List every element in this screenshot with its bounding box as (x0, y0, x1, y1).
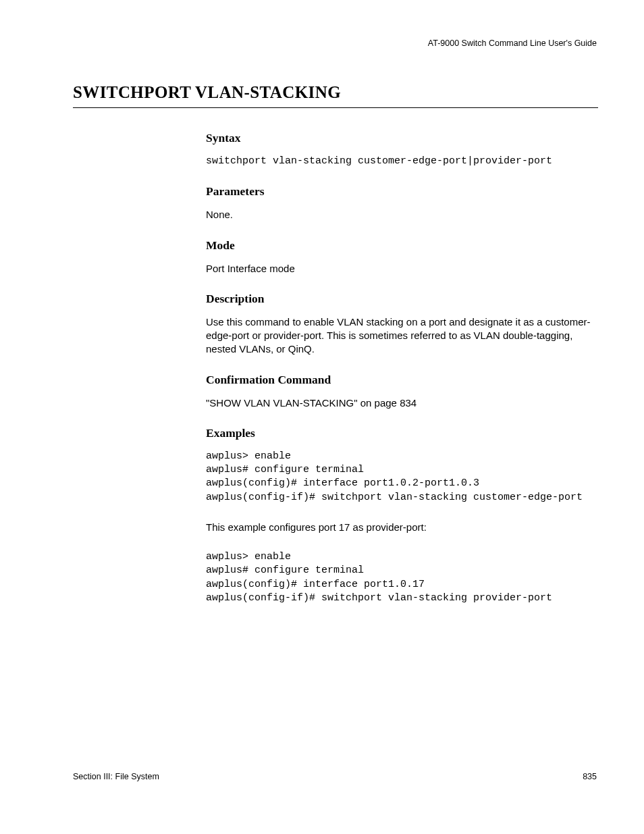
page-title: SWITCHPORT VLAN-STACKING (73, 83, 598, 108)
description-heading: Description (206, 292, 598, 306)
parameters-heading: Parameters (206, 184, 598, 199)
examples-code-2: awplus> enable awplus# configure termina… (206, 550, 598, 605)
footer-section: Section III: File System (73, 772, 159, 781)
examples-heading: Examples (206, 426, 598, 440)
document-header: AT-9000 Switch Command Line User's Guide (73, 38, 598, 48)
examples-intro-2: This example configures port 17 as provi… (206, 521, 598, 534)
confirmation-text: "SHOW VLAN VLAN-STACKING" on page 834 (206, 396, 598, 410)
mode-heading: Mode (206, 238, 598, 253)
parameters-text: None. (206, 208, 598, 221)
page-footer: Section III: File System 835 (73, 772, 597, 781)
mode-text: Port Interface mode (206, 262, 598, 276)
confirmation-heading: Confirmation Command (206, 373, 598, 387)
description-text: Use this command to enable VLAN stacking… (206, 315, 598, 357)
examples-code-1: awplus> enable awplus# configure termina… (206, 450, 598, 504)
syntax-code: switchport vlan-stacking customer-edge-p… (206, 155, 598, 168)
footer-page-number: 835 (583, 772, 597, 781)
content-area: Syntax switchport vlan-stacking customer… (206, 131, 598, 605)
syntax-heading: Syntax (206, 131, 598, 145)
